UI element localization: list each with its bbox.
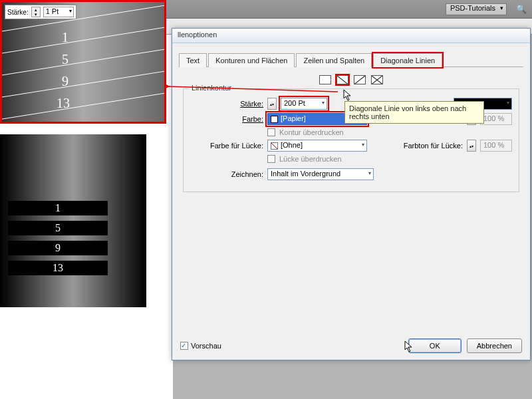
- diagonal-none-icon[interactable]: [319, 75, 331, 84]
- overprint-stroke-label: Kontur überdrucken: [279, 128, 344, 136]
- gap-tint-value: 100 %: [480, 140, 512, 152]
- svg-line-0: [337, 76, 348, 84]
- tint-value: 100 %: [480, 113, 512, 125]
- overprint-gap-checkbox[interactable]: [267, 155, 275, 163]
- gap-tint-stepper[interactable]: ▴▾: [467, 140, 476, 152]
- preview-checkbox[interactable]: [180, 342, 188, 350]
- search-icon[interactable]: 🔍: [515, 3, 528, 16]
- tab-rows-columns[interactable]: Zeilen und Spalten: [296, 53, 372, 67]
- preview-inset: Stärke: ▴▾ 1 Pt 1 5 9 13: [0, 0, 166, 124]
- preview-number: 5: [62, 52, 68, 67]
- weight-combo[interactable]: 200 Pt: [281, 98, 327, 110]
- tab-text[interactable]: Text: [179, 53, 207, 67]
- table-row: 1: [8, 201, 108, 215]
- table-row: 5: [8, 221, 108, 235]
- gap-tint-label: Farbton für Lücke:: [396, 142, 463, 150]
- preview-label: Vorschau: [191, 342, 221, 350]
- table-row: 9: [8, 241, 108, 255]
- ok-button[interactable]: OK: [408, 338, 462, 353]
- diagonal-tl-br-icon[interactable]: [336, 75, 348, 84]
- stroke-weight-box: Stärke: ▴▾ 1 Pt: [5, 5, 76, 19]
- overprint-stroke-checkbox[interactable]: [267, 128, 275, 136]
- gap-color-label: Farbe für Lücke:: [190, 142, 263, 150]
- weight-label: Stärke:: [190, 100, 263, 108]
- preview-number: 1: [62, 30, 68, 45]
- gap-color-combo[interactable]: [Ohne]: [267, 140, 367, 152]
- diagonal-type-group: [183, 75, 519, 84]
- overprint-gap-label: Lücke überdrucken: [279, 155, 342, 163]
- dialog-tabs: Text Konturen und Flächen Zeilen und Spa…: [179, 53, 523, 67]
- workspace-dropdown[interactable]: PSD-Tutorials: [446, 3, 507, 15]
- dialog-title: llenoptionen: [172, 29, 530, 43]
- cell-options-dialog: llenoptionen Text Konturen und Flächen Z…: [172, 28, 531, 360]
- stroke-weight-stepper[interactable]: ▴▾: [31, 7, 41, 17]
- fieldset-legend: Linienkontur: [189, 84, 234, 92]
- preview-number: 13: [57, 96, 70, 111]
- tab-diagonal-lines[interactable]: Diagonale Linien: [373, 53, 442, 67]
- color-label: Farbe:: [190, 115, 263, 123]
- weight-stepper[interactable]: ▴▾: [267, 98, 277, 110]
- cancel-button[interactable]: Abbrechen: [467, 338, 522, 353]
- preview-number: 9: [62, 74, 68, 89]
- table-row: 13: [8, 261, 108, 275]
- stroke-weight-label: Stärke:: [7, 9, 29, 16]
- diagonal-bl-tr-icon[interactable]: [354, 75, 366, 84]
- tab-strokes-fills[interactable]: Konturen und Flächen: [208, 53, 295, 67]
- diagonal-cross-icon[interactable]: [371, 75, 383, 84]
- tooltip: Diagonale Linie von links oben nach rech…: [344, 101, 484, 124]
- stroke-weight-combo[interactable]: 1 Pt: [43, 7, 74, 17]
- draw-label: Zeichnen:: [190, 170, 263, 178]
- draw-combo[interactable]: Inhalt im Vordergrund: [267, 168, 374, 180]
- svg-line-1: [354, 76, 365, 84]
